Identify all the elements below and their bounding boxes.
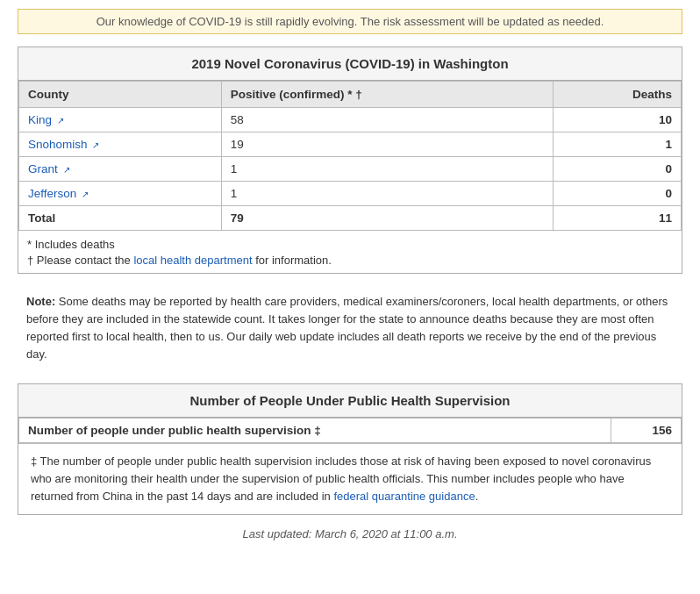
footnote-dagger: † Please contact the local health depart… xyxy=(27,254,673,267)
notice-bar: Our knowledge of COVID-19 is still rapid… xyxy=(18,9,682,34)
positive-cell: 58 xyxy=(221,108,553,132)
positive-cell: 1 xyxy=(221,157,553,182)
note-label: Note: xyxy=(26,295,55,308)
county-cell: Grant ↗ xyxy=(19,157,222,182)
covid-table-section: 2019 Novel Coronavirus (COVID-19) in Was… xyxy=(18,47,682,274)
total-row: Total 79 11 xyxy=(19,206,682,231)
note-text: Some deaths may be reported by health ca… xyxy=(26,295,668,361)
supervision-data-table: Number of people under public health sup… xyxy=(18,418,682,443)
positive-cell: 1 xyxy=(221,182,553,206)
total-deaths: 11 xyxy=(553,206,681,231)
local-health-link[interactable]: local health department xyxy=(133,254,252,267)
covid-table-title: 2019 Novel Coronavirus (COVID-19) in Was… xyxy=(18,47,682,81)
table-header-row: County Positive (confirmed) * † Deaths xyxy=(19,82,682,108)
supervision-footnote: ‡ The number of people under public heal… xyxy=(18,443,682,514)
covid-footnotes: * Includes deaths † Please contact the l… xyxy=(18,231,682,273)
deaths-cell: 10 xyxy=(553,108,681,132)
supervision-title: Number of People Under Public Health Sup… xyxy=(18,384,682,418)
external-link-icon: ↗ xyxy=(92,140,101,149)
county-cell: Jefferson ↗ xyxy=(19,182,222,206)
note-block: Note: Some deaths may be reported by hea… xyxy=(18,286,682,371)
deaths-cell: 0 xyxy=(553,157,681,182)
federal-quarantine-link[interactable]: federal quarantine guidance xyxy=(333,490,475,503)
county-cell: King ↗ xyxy=(19,108,222,132)
table-row: Jefferson ↗ 1 0 xyxy=(19,182,682,206)
external-link-icon: ↗ xyxy=(57,116,66,125)
deaths-cell: 1 xyxy=(553,132,681,157)
notice-text: Our knowledge of COVID-19 is still rapid… xyxy=(96,15,604,28)
positive-cell: 19 xyxy=(221,132,553,157)
total-label: Total xyxy=(19,206,222,231)
footnote-dagger-prefix: † Please contact the xyxy=(27,254,133,267)
col-county: County xyxy=(19,82,222,108)
supervision-section: Number of People Under Public Health Sup… xyxy=(18,383,682,515)
deaths-cell: 0 xyxy=(553,182,681,206)
supervision-footnote-suffix: . xyxy=(475,490,479,503)
covid-data-table: County Positive (confirmed) * † Deaths K… xyxy=(18,81,682,231)
county-cell: Snohomish ↗ xyxy=(19,132,222,157)
supervision-col1: Number of people under public health sup… xyxy=(19,418,611,442)
footer-text: Last updated: March 6, 2020 at 11:00 a.m… xyxy=(18,527,682,540)
county-link[interactable]: Jefferson xyxy=(28,187,76,200)
table-row: Snohomish ↗ 19 1 xyxy=(19,132,682,157)
footnote-dagger-suffix: for information. xyxy=(253,254,332,267)
table-row: King ↗ 58 10 xyxy=(19,108,682,132)
county-link[interactable]: Grant xyxy=(28,162,58,175)
county-link[interactable]: King xyxy=(28,113,52,126)
col-positive: Positive (confirmed) * † xyxy=(221,82,553,108)
col-deaths: Deaths xyxy=(553,82,681,108)
county-link[interactable]: Snohomish xyxy=(28,138,88,151)
footnote-asterisk: * Includes deaths xyxy=(27,238,673,251)
external-link-icon: ↗ xyxy=(63,165,72,174)
total-positive: 79 xyxy=(221,206,553,231)
supervision-col2: 156 xyxy=(611,418,682,442)
external-link-icon: ↗ xyxy=(82,190,90,198)
supervision-row: Number of people under public health sup… xyxy=(19,418,682,442)
table-row: Grant ↗ 1 0 xyxy=(19,157,682,182)
